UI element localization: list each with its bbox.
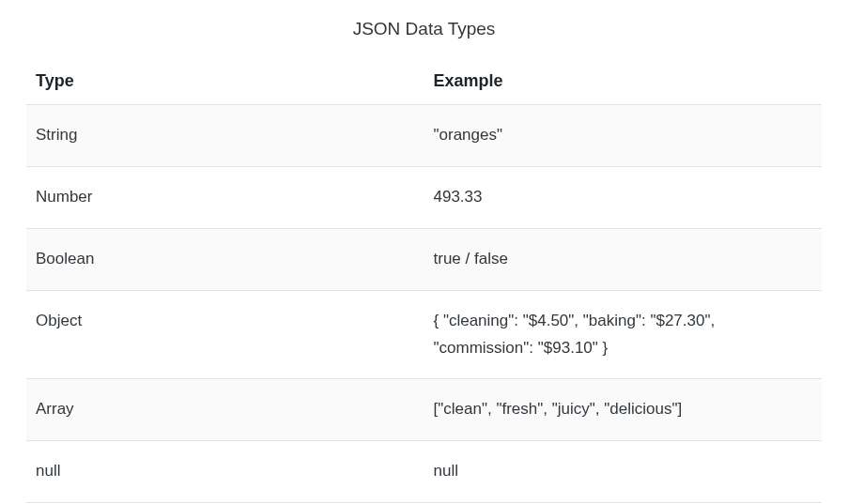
table-row: Number 493.33 [26,166,822,228]
cell-example: true / false [424,228,823,290]
table-row: Boolean true / false [26,228,822,290]
cell-type: String [26,105,424,167]
data-types-table: Type Example String "oranges" Number 493… [26,60,822,503]
table-row: Object { "cleaning": "$4.50", "baking": … [26,290,822,379]
table-row: Array ["clean", "fresh", "juicy", "delic… [26,379,822,441]
cell-type: Array [26,379,424,441]
cell-example: null [424,441,823,503]
cell-example: { "cleaning": "$4.50", "baking": "$27.30… [424,290,823,379]
cell-type: null [26,441,424,503]
table-row: String "oranges" [26,105,822,167]
cell-type: Boolean [26,228,424,290]
cell-type: Number [26,166,424,228]
table-row: null null [26,441,822,503]
table-title: JSON Data Types [26,19,822,39]
cell-example: 493.33 [424,166,823,228]
header-example: Example [424,60,823,105]
cell-example: "oranges" [424,105,823,167]
header-type: Type [26,60,424,105]
table-header-row: Type Example [26,60,822,105]
cell-example: ["clean", "fresh", "juicy", "delicious"] [424,379,823,441]
cell-type: Object [26,290,424,379]
